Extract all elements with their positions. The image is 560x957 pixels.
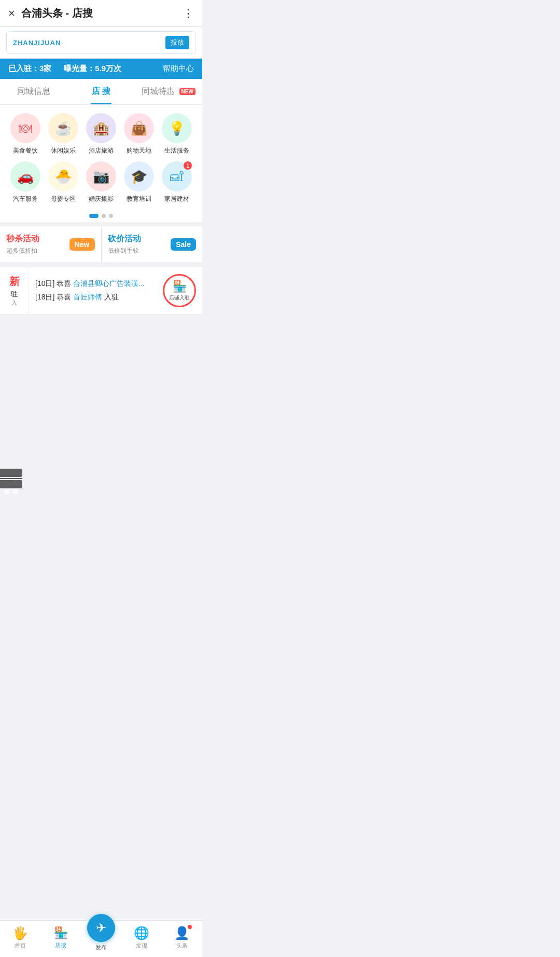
- tab-local-info[interactable]: 同城信息: [0, 79, 67, 104]
- baby-icon: 🐣: [55, 169, 72, 185]
- car-label: 汽车服务: [13, 195, 38, 203]
- life-icon: 💡: [169, 120, 185, 136]
- notif-text-1: 恭喜: [57, 279, 71, 288]
- baby-label: 母婴专区: [51, 195, 76, 203]
- settle-text: 驻: [11, 290, 18, 299]
- home-badge: 1: [184, 161, 192, 170]
- car-icon: 🚗: [17, 169, 34, 185]
- banner-logo: ZHANJIJUAN: [13, 39, 61, 47]
- shop-register-section[interactable]: 🏪 店铺入驻: [157, 267, 202, 314]
- tab-local-deals[interactable]: 同城特惠 NEW: [135, 79, 202, 104]
- hotel-icon-bg: 🏨: [86, 113, 116, 143]
- wedding-icon-bg: 📷: [86, 161, 116, 192]
- category-baby[interactable]: 🐣 母婴专区: [44, 161, 82, 203]
- hotel-icon: 🏨: [93, 120, 109, 136]
- tab-shop-search[interactable]: 店 搜: [67, 79, 135, 104]
- category-food[interactable]: 🍽 美食餐饮: [6, 113, 44, 155]
- edu-icon: 🎓: [131, 169, 147, 185]
- promo-section: 秒杀活动 超多低折扣 ⏰ New 砍价活动 低价到手软 🏷 Sale: [0, 226, 202, 263]
- category-home[interactable]: 🛋 1 家居建材: [158, 161, 196, 203]
- food-icon-bg: 🍽: [10, 113, 40, 143]
- home-label: 家居建材: [164, 195, 189, 203]
- notif-row-1: [10日] 恭喜 合浦县卿心广告装潢...: [35, 279, 150, 289]
- notif-date-1: [10日]: [35, 279, 54, 288]
- new-text: 新: [9, 275, 20, 289]
- life-label: 生活服务: [164, 146, 189, 155]
- category-wedding[interactable]: 📷 婚庆摄影: [82, 161, 120, 203]
- edu-label: 教育培训: [127, 195, 151, 203]
- category-edu[interactable]: 🎓 教育培训: [120, 161, 158, 203]
- notif-suffix-2: 入驻: [104, 293, 119, 301]
- wedding-label: 婚庆摄影: [89, 195, 114, 203]
- banner-section: ZHANJIJUAN 投放: [0, 27, 202, 59]
- car-icon-bg: 🚗: [10, 161, 40, 192]
- life-icon-bg: 💡: [162, 113, 192, 143]
- leisure-label: 休闲娱乐: [51, 146, 76, 155]
- food-label: 美食餐饮: [13, 146, 38, 155]
- notif-link-2[interactable]: 首匠师傅: [73, 293, 102, 301]
- page-title: 合浦头条 - 店搜: [21, 6, 183, 20]
- food-icon: 🍽: [19, 120, 32, 136]
- edu-icon-bg: 🎓: [124, 161, 154, 192]
- category-hotel[interactable]: 🏨 酒店旅游: [82, 113, 120, 155]
- new-badge-label: New: [69, 238, 95, 251]
- home-icon-bg: 🛋 1: [162, 161, 192, 192]
- leisure-icon-bg: ☕: [48, 113, 78, 143]
- exposure-stat: 曝光量：5.9万次: [64, 64, 121, 74]
- category-life[interactable]: 💡 生活服务: [158, 113, 196, 155]
- shop-register-icon: 🏪: [173, 280, 187, 293]
- leisure-icon: ☕: [55, 120, 72, 136]
- bargain-card[interactable]: 砍价活动 低价到手软 🏷 Sale: [102, 226, 203, 263]
- dot-2: [102, 214, 106, 218]
- settled-stat: 已入驻：3家: [8, 64, 51, 74]
- shop-register-label: 店铺入驻: [169, 294, 190, 302]
- tab-bar: 同城信息 店 搜 同城特惠 NEW: [0, 79, 202, 105]
- new-badge: NEW: [179, 88, 195, 95]
- enter-text: 入: [11, 299, 17, 307]
- shop-icon: 👜: [131, 120, 147, 136]
- flash-sale-card[interactable]: 秒杀活动 超多低折扣 ⏰ New: [0, 226, 102, 263]
- category-grid: 🍽 美食餐饮 ☕ 休闲娱乐 🏨 酒店旅游 👜 购物天地: [4, 113, 198, 203]
- category-car[interactable]: 🚗 汽车服务: [6, 161, 44, 203]
- home-icon: 🛋: [170, 169, 184, 185]
- sale-badge-label: Sale: [171, 238, 196, 251]
- banner-button[interactable]: 投放: [165, 36, 189, 49]
- category-leisure[interactable]: ☕ 休闲娱乐: [44, 113, 82, 155]
- notif-text-2: 恭喜: [57, 293, 71, 301]
- baby-icon-bg: 🐣: [48, 161, 78, 192]
- hotel-label: 酒店旅游: [89, 146, 114, 155]
- more-button[interactable]: ⋮: [183, 7, 194, 20]
- app-header: × 合浦头条 - 店搜 ⋮: [0, 0, 202, 27]
- close-button[interactable]: ×: [8, 7, 15, 20]
- shop-label: 购物天地: [127, 146, 151, 155]
- new-settle-label: 新 驻 入: [0, 267, 29, 314]
- category-shop[interactable]: 👜 购物天地: [120, 113, 158, 155]
- shop-icon-bg: 👜: [124, 113, 154, 143]
- notification-list: [10日] 恭喜 合浦县卿心广告装潢... [18日] 恭喜 首匠师傅 入驻: [29, 267, 157, 314]
- shop-register-button[interactable]: 🏪 店铺入驻: [163, 274, 196, 307]
- notif-link-1[interactable]: 合浦县卿心广告装潢...: [73, 279, 145, 288]
- notif-date-2: [18日]: [35, 293, 54, 301]
- help-center-link[interactable]: 帮助中心: [163, 64, 194, 74]
- notif-row-2: [18日] 恭喜 首匠师傅 入驻: [35, 293, 150, 302]
- stats-bar: 已入驻：3家 曝光量：5.9万次 帮助中心: [0, 59, 202, 79]
- wedding-icon: 📷: [93, 169, 109, 185]
- page-dots: [0, 208, 202, 222]
- category-section: 🍽 美食餐饮 ☕ 休闲娱乐 🏨 酒店旅游 👜 购物天地: [0, 105, 202, 208]
- dot-1: [89, 214, 99, 218]
- dot-3: [109, 214, 113, 218]
- banner-inner: ZHANJIJUAN 投放: [6, 31, 196, 54]
- notification-strip: 新 驻 入 [10日] 恭喜 合浦县卿心广告装潢... [18日] 恭喜 首匠师…: [0, 267, 202, 314]
